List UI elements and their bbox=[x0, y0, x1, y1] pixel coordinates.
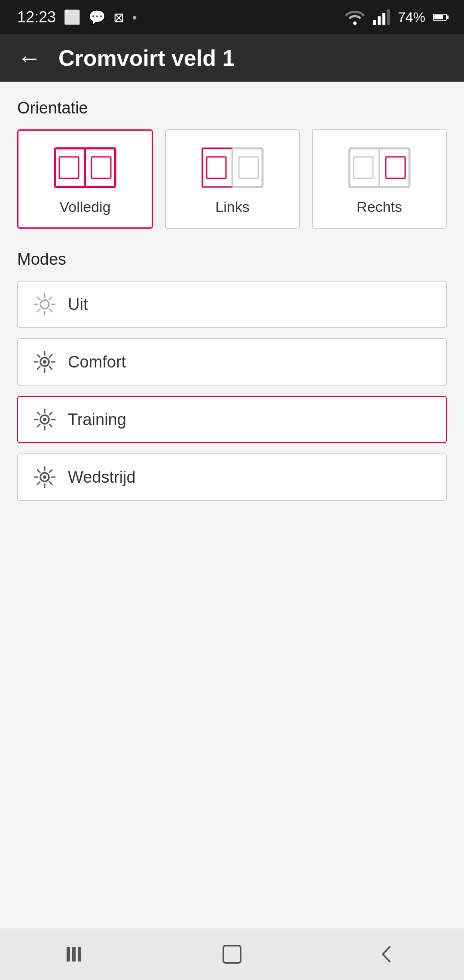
svg-rect-21 bbox=[386, 157, 405, 178]
top-bar: ← Cromvoirt veld 1 bbox=[0, 34, 464, 82]
mode-training[interactable]: Training bbox=[17, 396, 447, 443]
svg-line-27 bbox=[37, 297, 40, 300]
screen-icon: ⬜ bbox=[64, 9, 81, 25]
svg-point-22 bbox=[40, 300, 49, 309]
svg-line-50 bbox=[37, 424, 40, 427]
modes-section: Modes Uit bbox=[17, 250, 447, 501]
svg-line-58 bbox=[49, 482, 52, 484]
svg-point-32 bbox=[43, 360, 46, 364]
sun-icon-training bbox=[34, 408, 56, 431]
mode-training-label: Training bbox=[68, 410, 126, 429]
battery-percent: 74% bbox=[398, 9, 425, 25]
svg-rect-2 bbox=[382, 13, 385, 25]
content: Orientatie Volledig bbox=[0, 82, 464, 928]
svg-rect-61 bbox=[67, 947, 70, 962]
mode-uit[interactable]: Uit bbox=[17, 281, 447, 328]
rechts-icon bbox=[347, 146, 412, 189]
battery-icon bbox=[433, 14, 447, 21]
svg-line-28 bbox=[49, 309, 52, 312]
nav-menu-button[interactable] bbox=[56, 933, 99, 976]
dot-icon: ● bbox=[132, 12, 137, 22]
orientation-links[interactable]: Links bbox=[165, 129, 300, 229]
page-title: Cromvoirt veld 1 bbox=[58, 45, 235, 71]
svg-rect-3 bbox=[387, 9, 390, 25]
sun-icon-wedstrijd bbox=[34, 466, 56, 488]
svg-rect-15 bbox=[239, 157, 258, 178]
nav-back-button[interactable] bbox=[365, 933, 408, 976]
orientation-volledig[interactable]: Volledig bbox=[17, 129, 153, 229]
svg-point-42 bbox=[43, 418, 46, 421]
svg-rect-1 bbox=[378, 16, 381, 25]
svg-rect-8 bbox=[59, 157, 79, 178]
svg-line-57 bbox=[37, 470, 40, 472]
svg-rect-64 bbox=[223, 946, 241, 963]
svg-line-47 bbox=[37, 412, 40, 415]
bottom-nav-bar bbox=[0, 928, 464, 980]
message-icon: 💬 bbox=[89, 9, 106, 25]
modes-section-label: Modes bbox=[17, 250, 447, 269]
nav-home-button[interactable] bbox=[211, 933, 253, 976]
status-left: 12:23 ⬜ 💬 ⊠ ● bbox=[17, 8, 137, 26]
rechts-label: Rechts bbox=[357, 199, 402, 215]
mode-comfort[interactable]: Comfort bbox=[17, 338, 447, 386]
svg-rect-13 bbox=[207, 157, 226, 178]
mode-uit-label: Uit bbox=[68, 295, 88, 314]
mode-wedstrijd[interactable]: Wedstrijd bbox=[17, 453, 447, 501]
sun-icon-uit bbox=[34, 293, 56, 315]
svg-line-60 bbox=[37, 482, 40, 484]
svg-line-48 bbox=[49, 424, 52, 427]
sun-icon-comfort bbox=[34, 351, 56, 373]
mode-comfort-label: Comfort bbox=[68, 353, 126, 371]
volledig-label: Volledig bbox=[59, 199, 110, 215]
status-right: 74% bbox=[345, 9, 447, 25]
back-button[interactable]: ← bbox=[17, 46, 41, 70]
svg-line-40 bbox=[37, 367, 40, 369]
svg-line-37 bbox=[37, 355, 40, 357]
orientation-rechts[interactable]: Rechts bbox=[312, 129, 447, 229]
links-label: Links bbox=[215, 199, 249, 215]
wifi-icon bbox=[345, 9, 365, 25]
svg-rect-9 bbox=[92, 157, 111, 178]
svg-rect-63 bbox=[78, 947, 81, 962]
svg-rect-19 bbox=[354, 157, 373, 178]
camera-icon: ⊠ bbox=[113, 10, 124, 25]
volledig-icon bbox=[53, 146, 117, 189]
svg-rect-0 bbox=[373, 20, 376, 25]
svg-rect-62 bbox=[72, 947, 76, 962]
svg-line-39 bbox=[49, 355, 52, 357]
mode-wedstrijd-label: Wedstrijd bbox=[68, 468, 136, 487]
signal-icon bbox=[373, 9, 390, 25]
svg-line-29 bbox=[49, 297, 52, 300]
svg-line-38 bbox=[49, 367, 52, 369]
orientation-section-label: Orientatie bbox=[17, 99, 447, 117]
svg-point-52 bbox=[43, 475, 46, 479]
svg-line-49 bbox=[49, 412, 52, 415]
status-time: 12:23 bbox=[17, 8, 56, 26]
status-bar: 12:23 ⬜ 💬 ⊠ ● 74% bbox=[0, 0, 464, 34]
links-icon bbox=[200, 146, 265, 189]
svg-line-59 bbox=[49, 470, 52, 472]
svg-line-30 bbox=[37, 309, 40, 312]
orientation-row: Volledig Links bbox=[17, 129, 447, 229]
